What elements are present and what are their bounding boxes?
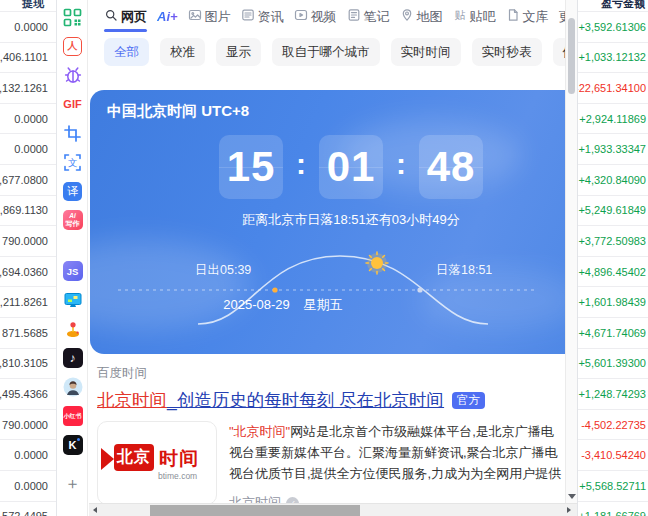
chip-realtime[interactable]: 实时时间	[391, 38, 461, 66]
withdraw-column-header: 提现	[0, 0, 56, 12]
sunrise-label: 日出05:39	[195, 262, 251, 279]
pdf-tool-icon[interactable]: 人	[63, 36, 83, 56]
withdraw-cell: 1,132.1261	[0, 73, 56, 104]
withdraw-cell: 790.0000	[0, 410, 56, 441]
tab-webpage[interactable]: 网页	[104, 8, 147, 26]
xiaohongshu-icon[interactable]: 小红书	[63, 406, 83, 426]
profit-loss-cell: +5,601.39300	[578, 349, 648, 380]
colon: :	[296, 147, 306, 181]
tab-images[interactable]: 图片	[188, 8, 231, 26]
profit-loss-cell: +1,601.98439	[578, 287, 648, 318]
chip-countdown[interactable]: 倒计时	[553, 38, 567, 66]
ai-writing-icon[interactable]: Ai写作	[63, 210, 83, 230]
title-rest: _创造历史的每时每刻 尽在北京时间	[167, 390, 444, 410]
avatar-assistant-icon[interactable]	[63, 377, 83, 397]
video-icon	[294, 8, 308, 25]
bug-icon[interactable]	[63, 65, 83, 85]
filter-chips: 全部校准显示取自于哪个城市实时时间实时秒表倒计时全屏	[89, 38, 566, 66]
withdraw-cell: 0.0000	[0, 440, 56, 471]
chip-calibrate[interactable]: 校准	[160, 38, 205, 66]
withdraw-cell: 0.0000	[0, 471, 56, 502]
screen: 提现 0.00003,406.11011,132.12610.00000.000…	[0, 0, 648, 516]
qr-code-icon[interactable]	[63, 7, 83, 27]
js-tool-icon[interactable]: JS	[63, 261, 83, 281]
gif-tool-icon[interactable]: GIF	[63, 94, 83, 114]
chip-which-city[interactable]: 取自于哪个城市	[272, 38, 380, 66]
profit-loss-cell: +1,933.33347	[578, 134, 648, 165]
chip-stopwatch[interactable]: 实时秒表	[472, 38, 542, 66]
profit-loss-cell: +5,568.52711	[578, 471, 648, 502]
profit-loss-cell: +1,181.66769	[578, 502, 648, 516]
vertical-scrollbar-thumb[interactable]	[568, 18, 575, 94]
title-highlight: 北京时间	[97, 390, 167, 410]
add-tool-button[interactable]: ＋	[63, 474, 83, 494]
monitor-icon[interactable]	[63, 290, 83, 310]
image-icon	[188, 8, 202, 25]
crop-screenshot-icon[interactable]	[63, 123, 83, 143]
chip-display[interactable]: 显示	[216, 38, 261, 66]
logo-text-1: 北京	[114, 444, 154, 471]
withdraw-cell: 3,406.1101	[0, 43, 56, 74]
chip-all[interactable]: 全部	[104, 38, 149, 66]
doc-icon	[506, 8, 520, 25]
snippet-highlight: "北京时间"	[229, 424, 290, 439]
scroll-left-arrow-icon[interactable]	[93, 507, 97, 513]
scroll-right-arrow-icon[interactable]	[567, 507, 571, 513]
withdraw-cell: 0.0000	[0, 134, 56, 165]
withdraw-cell: 0.0000	[0, 12, 56, 43]
profit-loss-cell: +1,033.12132	[578, 43, 648, 74]
weekday-value: 星期五	[304, 297, 343, 312]
translate-icon[interactable]: 译	[63, 181, 83, 201]
news-icon	[241, 8, 255, 25]
withdraw-cell: 871.5685	[0, 318, 56, 349]
result-snippet: "北京时间"网站是北京首个市级融媒体平台,是北京广播电视台重要新媒体平台。汇聚海…	[229, 421, 566, 484]
result-title-link[interactable]: 北京时间_创造历史的每时每刻 尽在北京时间官方	[97, 388, 566, 412]
scan-translate-icon[interactable]: 文	[63, 152, 83, 172]
minutes-flip: 01	[319, 135, 383, 199]
result-thumbnail[interactable]: 北京 时间 btime.com	[97, 421, 217, 503]
tab-tieba[interactable]: 贴贴吧	[453, 8, 496, 26]
tab-map[interactable]: 地图	[400, 8, 443, 26]
tab-video[interactable]: 视频	[294, 8, 337, 26]
kimi-icon[interactable]: K	[63, 435, 83, 455]
tab-ai[interactable]: Ai+	[157, 9, 178, 24]
scroll-down-arrow-icon[interactable]	[568, 494, 576, 499]
tab-news[interactable]: 资讯	[241, 8, 284, 26]
withdraw-cell: 2,810.3105	[0, 349, 56, 380]
logo-text-2: 时间	[159, 446, 199, 472]
withdraw-cell: 3,572.4495	[0, 502, 56, 516]
profit-loss-cell: -4,502.22735	[578, 410, 648, 441]
withdraw-cell: 2,211.8261	[0, 287, 56, 318]
vertical-scrollbar[interactable]	[565, 0, 577, 503]
profit-loss-header: 盈亏金额	[578, 0, 648, 12]
svg-text:贴: 贴	[454, 9, 465, 21]
horizontal-scrollbar[interactable]	[89, 503, 577, 516]
profit-loss-rows: +3,592.61306+1,033.12132-22,651.34100+2,…	[578, 12, 648, 516]
sun-icon	[366, 252, 388, 274]
tab-wenku[interactable]: 文库	[506, 8, 549, 26]
colon: :	[396, 147, 406, 181]
flip-clock: 15 : 01 : 48	[113, 135, 566, 199]
section-label: 百度时间	[97, 365, 566, 382]
sunset-countdown: 距离北京市日落18:51还有03小时49分	[113, 211, 566, 229]
profit-loss-cell: -3,410.54240	[578, 440, 648, 471]
date-value: 2025-08-29	[223, 297, 290, 312]
search-tabs: 网页Ai+图片资讯视频笔记地图贴贴吧文库更多	[89, 0, 566, 27]
douyin-icon[interactable]: ♪	[63, 348, 83, 368]
withdraw-cell: 2,677.0800	[0, 165, 56, 196]
profit-loss-cell: +1,248.74293	[578, 379, 648, 410]
tab-notes[interactable]: 笔记	[347, 8, 390, 26]
withdraw-cell: 1,694.0360	[0, 257, 56, 288]
browser-tool-strip: 人 GIF 文 译 Ai写作 JS ♪ 小红书 K ＋	[58, 0, 88, 516]
sun-arc	[90, 238, 566, 338]
game-joystick-icon[interactable]	[63, 319, 83, 339]
withdraw-cell: 2,495.4366	[0, 379, 56, 410]
horizontal-scrollbar-thumb[interactable]	[150, 505, 360, 516]
seconds-flip: 48	[419, 135, 483, 199]
map-icon	[400, 8, 414, 25]
withdraw-cell: 2,869.1130	[0, 196, 56, 227]
withdraw-cell: 790.0000	[0, 226, 56, 257]
profit-loss-cell: +5,249.61849	[578, 196, 648, 227]
withdraw-cell: 0.0000	[0, 104, 56, 135]
result-source[interactable]: 北京时间 ✓	[229, 494, 566, 503]
